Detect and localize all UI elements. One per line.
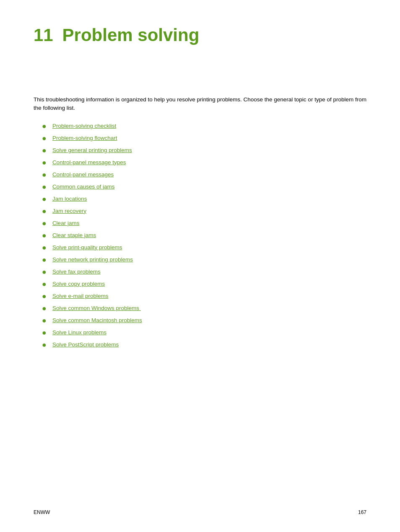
list-item: ●Solve common Windows problems [42, 305, 366, 313]
bullet-icon: ● [42, 268, 47, 276]
list-item: ●Problem-solving checklist [42, 123, 366, 131]
toc-link-17[interactable]: Solve Linux problems [52, 329, 106, 336]
list-item: ●Common causes of jams [42, 183, 366, 191]
list-item: ●Problem-solving flowchart [42, 135, 366, 143]
toc-link-4[interactable]: Control-panel messages [52, 171, 114, 178]
list-item: ●Clear jams [42, 220, 366, 228]
toc-link-7[interactable]: Jam recovery [52, 208, 86, 214]
toc-link-13[interactable]: Solve copy problems [52, 281, 105, 287]
chapter-header: 11 Problem solving [34, 25, 366, 45]
toc-list: ●Problem-solving checklist●Problem-solvi… [42, 123, 366, 349]
bullet-icon: ● [42, 243, 47, 252]
bullet-icon: ● [42, 341, 47, 349]
chapter-title: Problem solving [62, 25, 200, 45]
bullet-icon: ● [42, 158, 47, 167]
bullet-icon: ● [42, 195, 47, 204]
bullet-icon: ● [42, 256, 47, 264]
intro-text: This troubleshooting information is orga… [34, 96, 366, 113]
toc-link-0[interactable]: Problem-solving checklist [52, 123, 116, 129]
toc-link-10[interactable]: Solve print-quality problems [52, 244, 122, 251]
toc-link-15[interactable]: Solve common Windows problems [52, 305, 141, 311]
toc-link-16[interactable]: Solve common Macintosh problems [52, 317, 142, 323]
list-item: ●Solve copy problems [42, 281, 366, 289]
toc-link-11[interactable]: Solve network printing problems [52, 256, 133, 263]
bullet-icon: ● [42, 219, 47, 228]
bullet-icon: ● [42, 122, 47, 131]
list-item: ●Solve PostScript problems [42, 341, 366, 349]
list-item: ●Solve Linux problems [42, 329, 366, 337]
bullet-icon: ● [42, 146, 47, 155]
bullet-icon: ● [42, 231, 47, 240]
toc-link-14[interactable]: Solve e-mail problems [52, 293, 109, 299]
bullet-icon: ● [42, 134, 47, 143]
toc-link-8[interactable]: Clear jams [52, 220, 80, 226]
bullet-icon: ● [42, 280, 47, 289]
bullet-icon: ● [42, 207, 47, 216]
bullet-icon: ● [42, 292, 47, 301]
chapter-number: 11 [34, 25, 53, 45]
bullet-icon: ● [42, 183, 47, 191]
bullet-icon: ● [42, 304, 47, 313]
toc-link-12[interactable]: Solve fax problems [52, 269, 101, 275]
list-item: ●Solve e-mail problems [42, 293, 366, 301]
list-item: ●Control-panel messages [42, 171, 366, 179]
bullet-icon: ● [42, 316, 47, 325]
list-item: ●Control-panel message types [42, 159, 366, 167]
list-item: ●Jam recovery [42, 208, 366, 216]
page-container: 11 Problem solving This troubleshooting … [0, 0, 400, 387]
footer: ENWW 167 [34, 509, 366, 515]
toc-link-9[interactable]: Clear staple jams [52, 232, 96, 238]
toc-link-2[interactable]: Solve general printing problems [52, 147, 132, 153]
toc-link-5[interactable]: Common causes of jams [52, 183, 115, 190]
toc-link-18[interactable]: Solve PostScript problems [52, 341, 119, 348]
bullet-icon: ● [42, 170, 47, 179]
footer-left: ENWW [34, 509, 50, 515]
list-item: ●Solve fax problems [42, 269, 366, 276]
list-item: ●Solve general printing problems [42, 147, 366, 155]
footer-right: 167 [358, 509, 366, 515]
toc-link-1[interactable]: Problem-solving flowchart [52, 135, 117, 141]
list-item: ●Jam locations [42, 196, 366, 204]
toc-link-6[interactable]: Jam locations [52, 196, 87, 202]
list-item: ●Clear staple jams [42, 232, 366, 240]
list-item: ●Solve common Macintosh problems [42, 317, 366, 325]
list-item: ●Solve print-quality problems [42, 244, 366, 252]
toc-link-3[interactable]: Control-panel message types [52, 159, 126, 165]
bullet-icon: ● [42, 328, 47, 337]
list-item: ●Solve network printing problems [42, 256, 366, 264]
